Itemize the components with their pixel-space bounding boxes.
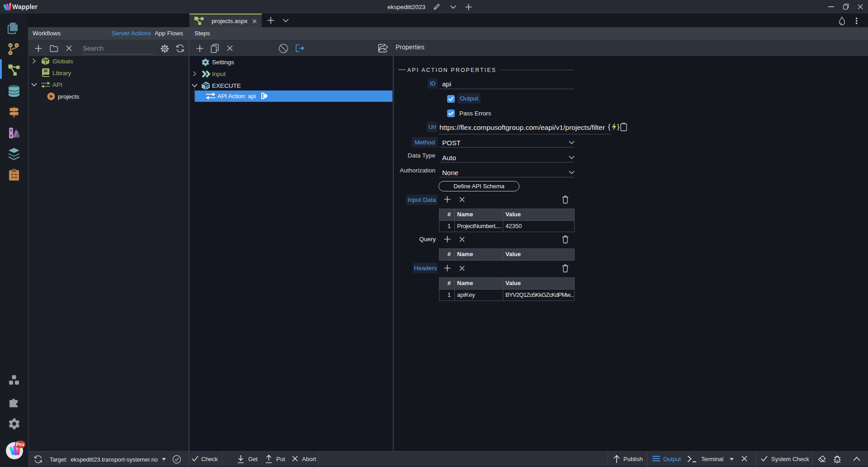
svg-text:Pro: Pro bbox=[16, 442, 24, 447]
